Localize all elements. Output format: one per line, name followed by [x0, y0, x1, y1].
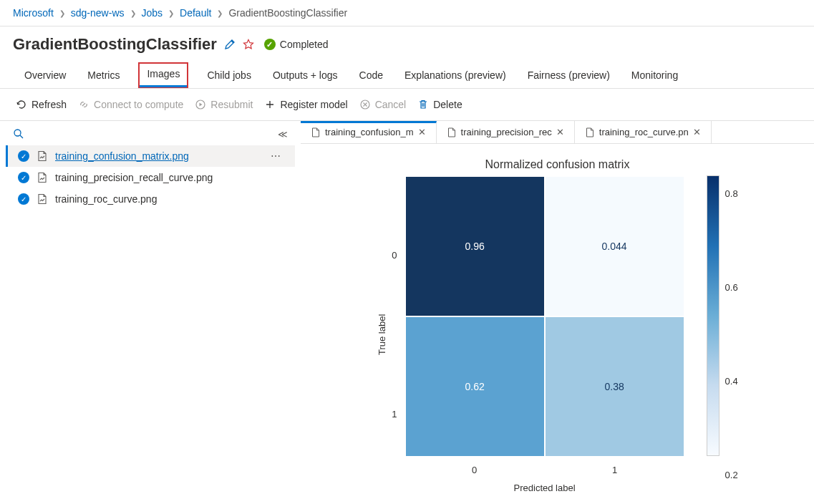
x-axis-label: Predicted label — [404, 483, 685, 493]
breadcrumb: Microsoft❯ sdg-new-ws❯ Jobs❯ Default❯ Gr… — [0, 0, 814, 26]
image-file-icon — [37, 150, 48, 162]
file-item[interactable]: training_roc_curve.png — [6, 188, 295, 210]
breadcrumb-link[interactable]: Jobs — [142, 7, 163, 19]
image-file-icon — [37, 193, 48, 205]
y-tick: 0 — [392, 250, 397, 261]
image-tab-bar: training_confusion_m ✕ training_precisio… — [301, 121, 814, 144]
image-tab[interactable]: training_roc_curve.pn ✕ — [575, 121, 712, 143]
image-file-icon — [585, 127, 595, 137]
check-circle-icon — [18, 172, 29, 183]
content-row: ≪ training_confusion_matrix.png ⋯ traini… — [0, 120, 814, 504]
chevron-right-icon: ❯ — [168, 9, 174, 17]
resubmit-button[interactable]: Resubmit — [195, 99, 253, 110]
tab-monitoring[interactable]: Monitoring — [629, 64, 681, 88]
chevron-right-icon: ❯ — [59, 9, 65, 17]
check-circle-icon — [18, 150, 29, 162]
file-name: training_roc_curve.png — [55, 193, 157, 205]
tab-explanations[interactable]: Explanations (preview) — [402, 64, 509, 88]
close-icon[interactable]: ✕ — [693, 127, 701, 137]
image-tab[interactable]: training_confusion_m ✕ — [301, 121, 437, 143]
trash-icon — [417, 99, 429, 110]
image-file-icon — [447, 127, 457, 137]
refresh-label: Refresh — [32, 99, 67, 110]
matrix-cell: 0.38 — [545, 316, 684, 457]
cancel-icon — [359, 99, 371, 110]
delete-label: Delete — [433, 99, 462, 110]
register-label: Register model — [280, 99, 347, 110]
chevron-right-icon: ❯ — [130, 9, 136, 17]
file-name: training_confusion_matrix.png — [55, 150, 189, 162]
refresh-icon — [16, 99, 27, 110]
page-title: GradientBoostingClassifier — [13, 35, 217, 54]
colorbar-ticks: 0.8 0.6 0.4 0.2 — [725, 175, 738, 493]
tab-code[interactable]: Code — [357, 64, 386, 88]
edit-icon[interactable] — [224, 39, 236, 50]
breadcrumb-link[interactable]: sdg-new-ws — [71, 7, 125, 19]
check-circle-icon — [18, 193, 29, 205]
chevron-right-icon: ❯ — [217, 9, 223, 17]
tab-fairness[interactable]: Fairness (preview) — [525, 64, 613, 88]
toolbar: Refresh Connect to compute Resubmit Regi… — [0, 89, 814, 120]
tab-outputs-logs[interactable]: Outputs + logs — [270, 64, 341, 88]
image-file-icon — [37, 172, 48, 183]
register-model-button[interactable]: Register model — [264, 99, 347, 110]
more-icon[interactable]: ⋯ — [266, 150, 285, 162]
cancel-label: Cancel — [375, 99, 407, 110]
favorite-icon[interactable] — [243, 39, 254, 50]
close-icon[interactable]: ✕ — [556, 127, 564, 137]
colorbar-gradient — [707, 175, 719, 456]
delete-button[interactable]: Delete — [417, 99, 462, 110]
x-tick: 1 — [545, 465, 685, 475]
breadcrumb-link[interactable]: Microsoft — [13, 7, 54, 19]
image-tab[interactable]: training_precision_rec ✕ — [437, 121, 575, 143]
file-item[interactable]: training_precision_recall_curve.png — [6, 167, 295, 188]
breadcrumb-current: GradientBoostingClassifier — [228, 7, 347, 19]
tab-overview[interactable]: Overview — [21, 64, 69, 88]
tab-metrics[interactable]: Metrics — [84, 64, 122, 88]
matrix-cell: 0.96 — [405, 176, 545, 316]
image-tab-label: training_roc_curve.pn — [599, 127, 689, 137]
colorbar: 0.8 0.6 0.4 0.2 — [707, 175, 738, 493]
image-file-icon — [311, 127, 321, 137]
svg-point-2 — [14, 130, 21, 136]
image-tab-label: training_confusion_m — [325, 127, 414, 137]
y-tick: 1 — [392, 409, 397, 420]
colorbar-tick: 0.2 — [725, 470, 738, 480]
title-row: GradientBoostingClassifier Completed — [0, 26, 814, 58]
collapse-icon[interactable]: ≪ — [278, 129, 288, 140]
image-viewer-pane: training_confusion_m ✕ training_precisio… — [301, 121, 814, 504]
y-axis-ticks: 0 1 — [392, 175, 404, 493]
check-circle-icon — [264, 39, 276, 50]
y-axis-label: True label — [377, 175, 387, 493]
connect-label: Connect to compute — [94, 99, 183, 110]
colorbar-tick: 0.4 — [725, 376, 738, 387]
link-icon — [78, 99, 89, 110]
file-name: training_precision_recall_curve.png — [55, 172, 213, 183]
breadcrumb-link[interactable]: Default — [180, 7, 211, 19]
play-circle-icon — [195, 99, 206, 110]
confusion-matrix: 0.96 0.044 0.62 0.38 — [404, 175, 685, 457]
chart-area: Normalized confusion matrix True label 0… — [301, 144, 814, 504]
matrix-cell: 0.044 — [545, 176, 684, 316]
tab-child-jobs[interactable]: Child jobs — [204, 64, 253, 88]
close-icon[interactable]: ✕ — [418, 127, 426, 137]
status-badge: Completed — [264, 39, 329, 50]
file-item[interactable]: training_confusion_matrix.png ⋯ — [6, 145, 295, 167]
tab-bar: Overview Metrics Images Child jobs Outpu… — [0, 58, 814, 89]
cancel-button[interactable]: Cancel — [359, 99, 407, 110]
x-tick: 0 — [404, 465, 545, 475]
file-list-pane: ≪ training_confusion_matrix.png ⋯ traini… — [0, 121, 301, 504]
colorbar-tick: 0.6 — [725, 282, 738, 293]
plus-icon — [264, 99, 276, 110]
refresh-button[interactable]: Refresh — [16, 99, 67, 110]
x-axis-ticks: 0 1 — [404, 465, 685, 475]
image-tab-label: training_precision_rec — [461, 127, 552, 137]
colorbar-tick: 0.8 — [725, 188, 738, 199]
search-icon[interactable] — [13, 128, 24, 140]
matrix-cell: 0.62 — [405, 316, 545, 457]
status-text: Completed — [280, 39, 329, 50]
connect-compute-button[interactable]: Connect to compute — [78, 99, 183, 110]
resubmit-label: Resubmit — [210, 99, 253, 110]
chart-title: Normalized confusion matrix — [315, 158, 800, 171]
tab-images[interactable]: Images — [138, 62, 188, 88]
